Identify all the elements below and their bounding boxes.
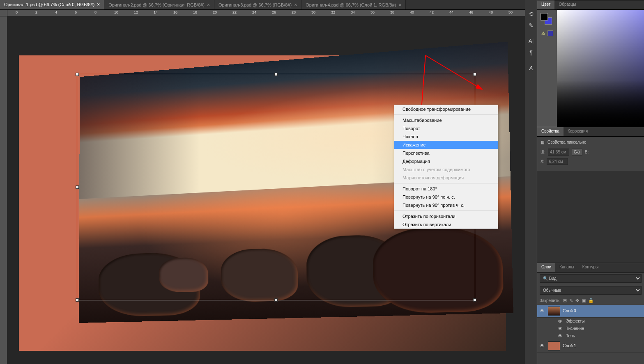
menu-item[interactable]: Отразить по горизонтали — [394, 212, 498, 220]
layer-effects-header[interactable]: 👁 Эффекты — [537, 318, 644, 325]
effects-label: Эффекты — [566, 319, 584, 323]
tab-label: Оригинал-2.psd @ 66,7% (Оригинал, RGB/8#… — [108, 2, 205, 7]
layer-item[interactable]: 👁 Слой 1 — [537, 340, 644, 353]
tab-label: Оригинал-4.psd @ 66,7% (Слой 1, RGB/8#) — [306, 2, 396, 7]
properties-panel-tabs: Свойства Коррекция — [537, 127, 644, 137]
effect-name: Тень — [566, 334, 575, 338]
menu-item[interactable]: Поворот — [394, 124, 498, 133]
foreground-color-swatch[interactable] — [540, 13, 548, 21]
visibility-toggle-icon[interactable]: 👁 — [540, 308, 545, 314]
right-panels: ⟲ ✎ A| ¶ A Цвет Образцы ⚠ Свойства Корре… — [525, 0, 644, 364]
collapsed-panel-strip: ⟲ ✎ A| ¶ A — [525, 0, 537, 364]
close-icon[interactable]: × — [97, 2, 100, 7]
color-panel: ⚠ — [537, 10, 644, 127]
tab-doc-1[interactable]: Оригинал-1.psd @ 66,7% (Слой 0, RGB/8#)× — [0, 0, 104, 9]
tab-doc-4[interactable]: Оригинал-4.psd @ 66,7% (Слой 1, RGB/8#)× — [301, 0, 406, 9]
layer-name[interactable]: Слой 1 — [563, 343, 576, 348]
tab-properties[interactable]: Свойства — [537, 127, 564, 136]
tab-label: Оригинал-1.psd @ 66,7% (Слой 0, RGB/8#) — [4, 2, 94, 7]
ruler-corner[interactable] — [0, 10, 7, 16]
menu-item: Масштаб с учетом содержимого — [394, 165, 498, 174]
layer-name[interactable]: Слой 0 — [563, 309, 576, 313]
properties-title: Свойства пиксельно — [547, 140, 586, 144]
height-label: В: — [585, 150, 589, 154]
tab-layers[interactable]: Слои — [537, 263, 555, 272]
paragraph-icon[interactable]: ¶ — [525, 47, 537, 58]
layer-thumbnail[interactable] — [548, 341, 560, 350]
tab-paths[interactable]: Контуры — [578, 263, 603, 272]
layer-item[interactable]: 👁 Слой 0 — [537, 305, 644, 318]
link-dimensions-button[interactable]: GƏ — [572, 149, 582, 156]
lock-label: Закрепить: — [540, 298, 561, 303]
foreground-background-swatches[interactable] — [540, 13, 552, 25]
lock-brush-icon[interactable]: ✎ — [569, 298, 573, 303]
layer-thumbnail[interactable] — [548, 307, 560, 316]
close-icon[interactable]: × — [398, 2, 401, 8]
effect-name: Тиснение — [566, 326, 584, 331]
width-label: Ш: — [540, 150, 545, 154]
gamut-color-swatch[interactable] — [547, 30, 553, 36]
type-a-icon[interactable]: A| — [525, 35, 537, 47]
layers-panel: 🔍 Вид Обычные Закрепить: ⊞ ✎ ✥ ▣ 🔒 👁 Сло… — [537, 272, 644, 364]
history-icon[interactable]: ⟲ — [525, 8, 537, 20]
menu-item[interactable]: Искажение — [394, 141, 498, 149]
tab-label: Оригинал-3.psd @ 66,7% (RGB/8#) — [218, 2, 292, 7]
glyph-icon[interactable]: A — [525, 62, 537, 74]
menu-item[interactable]: Свободное трансформирование — [394, 105, 498, 113]
close-icon[interactable]: × — [294, 2, 297, 8]
menu-item[interactable]: Масштабирование — [394, 116, 498, 124]
tab-color[interactable]: Цвет — [537, 0, 554, 9]
layer-effect-item[interactable]: 👁 Тень — [537, 332, 644, 340]
x-input[interactable] — [547, 158, 568, 165]
menu-item[interactable]: Наклон — [394, 133, 498, 141]
color-panel-tabs: Цвет Образцы — [537, 0, 644, 10]
layers-panel-tabs: Слои Каналы Контуры — [537, 263, 644, 272]
ruler-horizontal[interactable]: 0246810121416182022242628303234363840424… — [7, 10, 525, 16]
visibility-toggle-icon[interactable]: 👁 — [558, 318, 564, 324]
color-picker-field[interactable] — [557, 10, 644, 127]
visibility-toggle-icon[interactable]: 👁 — [558, 333, 564, 339]
menu-item[interactable]: Повернуть на 90° по ч. с. — [394, 193, 498, 201]
properties-panel: ▦ Свойства пиксельно Ш: GƏ В: X: — [537, 137, 644, 171]
lock-all-icon[interactable]: 🔒 — [588, 298, 594, 303]
layer-type-icon: ▦ — [540, 140, 544, 144]
visibility-toggle-icon[interactable]: 👁 — [558, 326, 564, 332]
ruler-vertical[interactable] — [0, 16, 7, 364]
character-icon[interactable]: ✎ — [525, 20, 537, 31]
tab-swatches[interactable]: Образцы — [554, 0, 580, 9]
menu-separator — [394, 211, 498, 211]
layer-effect-item[interactable]: 👁 Тиснение — [537, 325, 644, 332]
menu-item[interactable]: Деформация — [394, 157, 498, 165]
tab-doc-2[interactable]: Оригинал-2.psd @ 66,7% (Оригинал, RGB/8#… — [104, 0, 214, 9]
gamut-warning-icon[interactable]: ⚠ — [540, 30, 546, 36]
menu-separator — [394, 183, 498, 183]
tab-doc-3[interactable]: Оригинал-3.psd @ 66,7% (RGB/8#)× — [214, 0, 301, 9]
lock-position-icon[interactable]: ✥ — [575, 298, 579, 303]
close-icon[interactable]: × — [207, 2, 210, 8]
width-input[interactable] — [548, 149, 569, 156]
menu-item[interactable]: Перспектива — [394, 149, 498, 157]
visibility-toggle-icon[interactable]: 👁 — [540, 343, 545, 349]
lock-artboard-icon[interactable]: ▣ — [582, 298, 586, 303]
x-label: X: — [540, 159, 544, 164]
tab-channels[interactable]: Каналы — [555, 263, 578, 272]
blend-mode-select[interactable]: Обычные — [540, 286, 642, 295]
menu-separator — [394, 114, 498, 115]
transform-context-menu: Свободное трансформированиеМасштабирован… — [394, 105, 498, 229]
layer-filter-select[interactable]: 🔍 Вид — [540, 274, 642, 283]
menu-item[interactable]: Повернуть на 90° против ч. с. — [394, 201, 498, 209]
tab-adjustments[interactable]: Коррекция — [564, 127, 592, 136]
menu-item: Марионеточная деформация — [394, 174, 498, 182]
menu-item[interactable]: Поворот на 180° — [394, 185, 498, 193]
lock-transparency-icon[interactable]: ⊞ — [563, 298, 567, 303]
menu-item[interactable]: Отразить по вертикали — [394, 220, 498, 229]
